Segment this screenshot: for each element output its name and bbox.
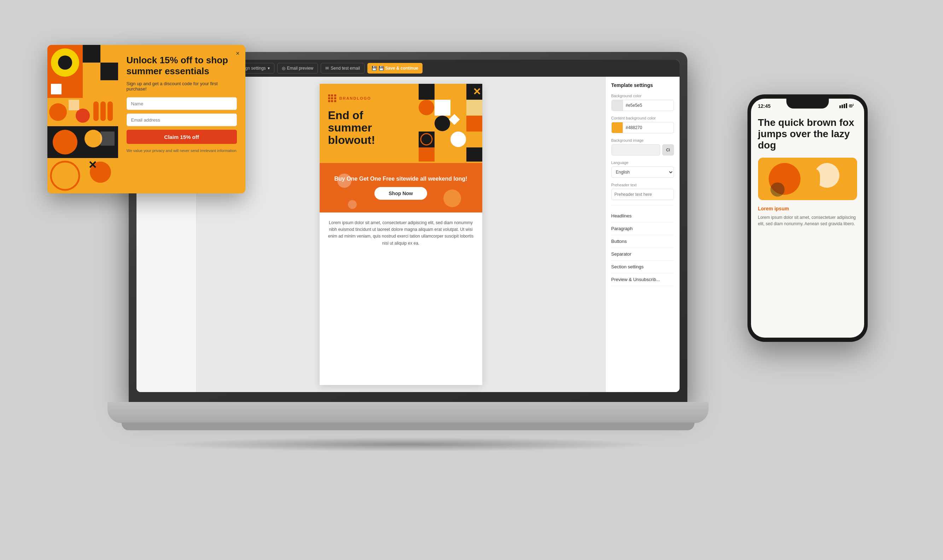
- preheader-field: Preheader text: [611, 183, 674, 200]
- nav-preview-unsubscribe[interactable]: Preview & Unsubscrib...: [611, 273, 674, 286]
- laptop-base: [108, 402, 709, 423]
- content-bg-row[interactable]: #488270: [611, 122, 674, 133]
- phone-image-svg: [758, 158, 857, 200]
- content-bg-hex: #488270: [623, 125, 674, 130]
- svg-rect-28: [466, 132, 482, 148]
- phone-body: 12:45: [748, 94, 868, 342]
- phone-screen: 12:45: [751, 98, 864, 338]
- svg-rect-47: [69, 100, 79, 110]
- nav-separator[interactable]: Separator: [611, 248, 674, 260]
- svg-rect-12: [418, 84, 435, 100]
- svg-point-45: [49, 103, 67, 121]
- email-preview-area: BRANDLOGO End of summer blowout!: [197, 77, 605, 392]
- email-headline: End of summer blowout!: [328, 109, 410, 147]
- bg-color-row[interactable]: #e5e5e5: [611, 100, 674, 111]
- phone-time: 12:45: [758, 103, 771, 109]
- phone-lorem-body: Lorem ipsum dolor sit amet, consectetuer…: [758, 214, 857, 227]
- save-continue-button[interactable]: 💾 💾 Save & continue: [368, 63, 423, 74]
- settings-panel-title: Template settings: [611, 82, 674, 88]
- bg-color-hex: #e5e5e5: [623, 103, 674, 108]
- popup-close-button[interactable]: ×: [236, 50, 240, 57]
- preheader-input[interactable]: [611, 189, 674, 200]
- svg-point-71: [771, 182, 785, 197]
- bg-color-swatch[interactable]: [612, 100, 623, 111]
- geometric-pattern-svg: ✕: [418, 84, 482, 162]
- popup-subtitle: Sign up and get a discount code for your…: [126, 81, 237, 92]
- nav-section-settings[interactable]: Section settings: [611, 260, 674, 273]
- email-preview-button[interactable]: ◎ Email preview: [277, 63, 318, 74]
- svg-rect-37: [100, 63, 118, 80]
- svg-rect-18: [435, 100, 451, 115]
- brand-logo-icon: [328, 94, 337, 102]
- nav-buttons[interactable]: Buttons: [611, 235, 674, 248]
- content-bg-swatch[interactable]: [612, 122, 623, 133]
- svg-rect-61: [844, 104, 845, 108]
- svg-rect-43: [51, 84, 62, 94]
- svg-rect-13: [435, 84, 451, 100]
- svg-rect-19: [451, 100, 466, 115]
- laptop-shadow: [160, 437, 655, 451]
- phone-content: The quick brown fox jumps over the lazy …: [751, 111, 864, 232]
- phone-image-block: [758, 158, 857, 200]
- svg-rect-64: [850, 105, 851, 106]
- svg-point-27: [451, 132, 466, 147]
- svg-rect-48: [93, 102, 98, 121]
- svg-rect-29: [418, 148, 435, 162]
- bg-image-clear-button[interactable]: Cl: [662, 144, 674, 155]
- popup-left-art: ✕: [48, 45, 118, 193]
- email-body-text: Lorem ipsum dolor sit amet, consectetuer…: [320, 212, 482, 254]
- svg-rect-54: [100, 132, 115, 146]
- send-test-icon: ✉: [325, 66, 329, 71]
- svg-rect-20: [466, 100, 482, 115]
- svg-rect-26: [435, 132, 451, 148]
- design-settings-arrow-icon: ▾: [268, 66, 270, 71]
- phone-heading: The quick brown fox jumps over the lazy …: [758, 117, 857, 151]
- svg-rect-66: [853, 103, 854, 104]
- preheader-label: Preheader text: [611, 183, 674, 187]
- save-icon: 💾: [372, 66, 377, 71]
- email-preview-icon: ◎: [282, 66, 285, 71]
- svg-rect-65: [853, 104, 854, 106]
- content-bg-field: Content background color #488270: [611, 116, 674, 133]
- language-label: Language: [611, 160, 674, 165]
- popup-geo-svg: ✕: [48, 45, 118, 193]
- popup-name-input[interactable]: [126, 97, 237, 110]
- bg-image-label: Background image: [611, 138, 674, 143]
- popup-right-content: × Unlock 15% off to shop summer essentia…: [118, 45, 245, 164]
- svg-rect-34: [83, 45, 100, 63]
- email-preview-label: Email preview: [287, 66, 314, 71]
- nav-headlines[interactable]: Headlines: [611, 210, 674, 222]
- svg-rect-21: [418, 115, 435, 132]
- svg-point-17: [418, 100, 434, 115]
- popup-privacy-text: We value your privacy and will never sen…: [126, 148, 237, 154]
- bg-image-field: Background image Cl: [611, 138, 674, 155]
- scene: ↩ ▾ ↻ ✦ ✦ Feedback ✕ Design settings ▾: [48, 24, 896, 536]
- popup-cta-button[interactable]: Claim 15% off: [126, 130, 237, 144]
- send-test-button[interactable]: ✉ Send test email: [321, 63, 365, 74]
- email-header-right: ✕: [418, 84, 482, 163]
- shop-now-button[interactable]: Shop Now: [374, 187, 427, 200]
- email-promo-section: Buy One Get One Free sitewide all weeken…: [320, 163, 482, 212]
- svg-point-22: [435, 115, 450, 131]
- language-field: Language English: [611, 160, 674, 178]
- svg-point-14: [451, 84, 466, 99]
- svg-rect-59: [839, 105, 841, 108]
- svg-rect-30: [435, 148, 466, 162]
- settings-divider-1: [611, 205, 674, 205]
- svg-rect-35: [100, 45, 118, 63]
- brand-logo-area: BRANDLOGO: [328, 94, 410, 102]
- phone-lorem-title: Lorem ipsum: [758, 206, 857, 211]
- nav-paragraph[interactable]: Paragraph: [611, 222, 674, 235]
- popup-title: Unlock 15% off to shop summer essentials: [126, 55, 237, 77]
- svg-rect-31: [466, 148, 482, 162]
- send-test-label: Send test email: [331, 66, 360, 71]
- svg-rect-60: [841, 105, 843, 108]
- svg-text:✕: ✕: [88, 159, 97, 171]
- svg-point-53: [85, 130, 102, 148]
- email-header-left: BRANDLOGO End of summer blowout!: [320, 84, 418, 163]
- popup-email-input[interactable]: [126, 114, 237, 126]
- svg-rect-23: [449, 114, 460, 125]
- phone-notch: [786, 98, 829, 109]
- svg-rect-36: [83, 63, 100, 80]
- language-select[interactable]: English: [611, 166, 674, 178]
